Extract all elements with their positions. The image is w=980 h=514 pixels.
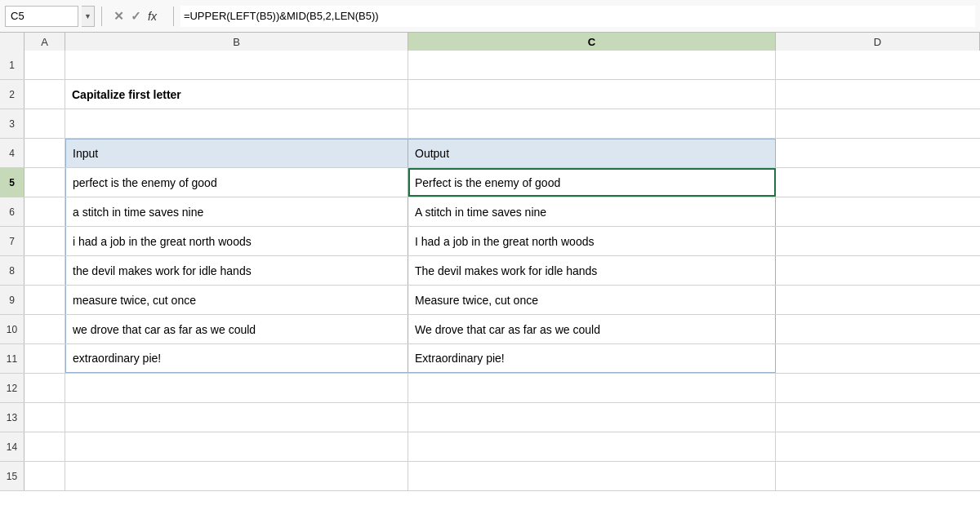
cell-c5[interactable]: Perfect is the enemy of good xyxy=(408,168,776,197)
cell-a6[interactable] xyxy=(24,197,65,226)
cell-a9[interactable] xyxy=(24,286,65,314)
table-row: 14 xyxy=(0,432,980,462)
cell-b8[interactable]: the devil makes work for idle hands xyxy=(65,256,408,285)
table-row: 3 xyxy=(0,109,980,139)
cell-a11[interactable] xyxy=(24,344,65,373)
cell-a1[interactable] xyxy=(24,51,65,79)
formula-input[interactable] xyxy=(180,6,975,27)
cell-c3[interactable] xyxy=(408,109,776,138)
cell-b5[interactable]: perfect is the enemy of good xyxy=(65,168,408,197)
cell-d15[interactable] xyxy=(776,462,980,490)
row-header: 14 xyxy=(0,432,24,461)
corner-cell xyxy=(0,33,24,51)
table-row: 8 the devil makes work for idle hands Th… xyxy=(0,256,980,286)
cell-d9[interactable] xyxy=(776,286,980,314)
cell-a13[interactable] xyxy=(24,403,65,432)
cell-a7[interactable] xyxy=(24,227,65,255)
cell-b15[interactable] xyxy=(65,462,408,490)
cell-c10[interactable]: We drove that car as far as we could xyxy=(408,315,776,343)
row-header: 6 xyxy=(0,197,24,226)
cell-d4[interactable] xyxy=(776,139,980,167)
cell-c6[interactable]: A stitch in time saves nine xyxy=(408,197,776,226)
row-header: 5 xyxy=(0,168,24,197)
row-header: 9 xyxy=(0,286,24,314)
cell-a3[interactable] xyxy=(24,109,65,138)
table-row: 2 Capitalize first letter xyxy=(0,80,980,109)
cell-a12[interactable] xyxy=(24,374,65,402)
name-box-dropdown[interactable]: ▼ xyxy=(82,6,95,27)
cell-b7[interactable]: i had a job in the great north woods xyxy=(65,227,408,255)
cell-a8[interactable] xyxy=(24,256,65,285)
cell-a10[interactable] xyxy=(24,315,65,343)
cell-d11[interactable] xyxy=(776,344,980,373)
cell-d2[interactable] xyxy=(776,80,980,109)
cell-d6[interactable] xyxy=(776,197,980,226)
fx-label: fx xyxy=(148,10,157,23)
cell-b14[interactable] xyxy=(65,432,408,461)
cell-c15[interactable] xyxy=(408,462,776,490)
cell-c7[interactable]: I had a job in the great north woods xyxy=(408,227,776,255)
table-row: 10 we drove that car as far as we could … xyxy=(0,315,980,344)
cancel-icon[interactable]: ✕ xyxy=(114,9,124,24)
table-row: 1 xyxy=(0,51,980,80)
cell-c8[interactable]: The devil makes work for idle hands xyxy=(408,256,776,285)
cell-c11[interactable]: Extraordinary pie! xyxy=(408,344,776,373)
table-row: 7 i had a job in the great north woods I… xyxy=(0,227,980,256)
cell-b2[interactable]: Capitalize first letter xyxy=(65,80,408,109)
cell-b11[interactable]: extraordinary pie! xyxy=(65,344,408,373)
cell-a5[interactable] xyxy=(24,168,65,197)
row-header: 12 xyxy=(0,374,24,402)
cell-b12[interactable] xyxy=(65,374,408,402)
cell-b9[interactable]: measure twice, cut once xyxy=(65,286,408,314)
rows-container: 1 2 Capitalize first letter 3 4 Input xyxy=(0,51,980,491)
row-header: 11 xyxy=(0,344,24,373)
cell-c1[interactable] xyxy=(408,51,776,79)
row-header: 13 xyxy=(0,403,24,432)
cell-c9[interactable]: Measure twice, cut once xyxy=(408,286,776,314)
table-row: 11 extraordinary pie! Extraordinary pie! xyxy=(0,344,980,374)
formula-bar: C5 ▼ ✕ ✓ fx xyxy=(0,0,980,33)
cell-d14[interactable] xyxy=(776,432,980,461)
col-header-b[interactable]: B xyxy=(65,33,408,51)
col-header-a[interactable]: A xyxy=(24,33,65,51)
cell-d1[interactable] xyxy=(776,51,980,79)
cell-a4[interactable] xyxy=(24,139,65,167)
cell-d8[interactable] xyxy=(776,256,980,285)
formula-divider xyxy=(101,7,102,26)
row-header: 10 xyxy=(0,315,24,343)
cell-c14[interactable] xyxy=(408,432,776,461)
formula-icons: ✕ ✓ fx xyxy=(109,9,167,24)
table-row: 4 Input Output xyxy=(0,139,980,168)
table-row: 13 xyxy=(0,403,980,432)
row-header: 1 xyxy=(0,51,24,79)
cell-b1[interactable] xyxy=(65,51,408,79)
cell-b6[interactable]: a stitch in time saves nine xyxy=(65,197,408,226)
cell-c12[interactable] xyxy=(408,374,776,402)
cell-b4[interactable]: Input xyxy=(65,139,408,167)
confirm-icon[interactable]: ✓ xyxy=(131,9,141,24)
cell-c4[interactable]: Output xyxy=(408,139,776,167)
cell-a2[interactable] xyxy=(24,80,65,109)
cell-a15[interactable] xyxy=(24,462,65,490)
cell-d7[interactable] xyxy=(776,227,980,255)
spreadsheet: A B C D 1 2 Capitalize first letter 3 xyxy=(0,33,980,514)
cell-c2[interactable] xyxy=(408,80,776,109)
column-headers: A B C D xyxy=(0,33,980,51)
row-header: 7 xyxy=(0,227,24,255)
cell-d10[interactable] xyxy=(776,315,980,343)
cell-d5[interactable] xyxy=(776,168,980,197)
col-header-c[interactable]: C xyxy=(408,33,776,51)
cell-d13[interactable] xyxy=(776,403,980,432)
row-header: 15 xyxy=(0,462,24,490)
cell-c13[interactable] xyxy=(408,403,776,432)
row-header: 3 xyxy=(0,109,24,138)
cell-d12[interactable] xyxy=(776,374,980,402)
col-header-d[interactable]: D xyxy=(776,33,980,51)
cell-b10[interactable]: we drove that car as far as we could xyxy=(65,315,408,343)
table-row: 12 xyxy=(0,374,980,403)
cell-b3[interactable] xyxy=(65,109,408,138)
name-box[interactable]: C5 xyxy=(5,6,78,27)
cell-a14[interactable] xyxy=(24,432,65,461)
cell-d3[interactable] xyxy=(776,109,980,138)
cell-b13[interactable] xyxy=(65,403,408,432)
